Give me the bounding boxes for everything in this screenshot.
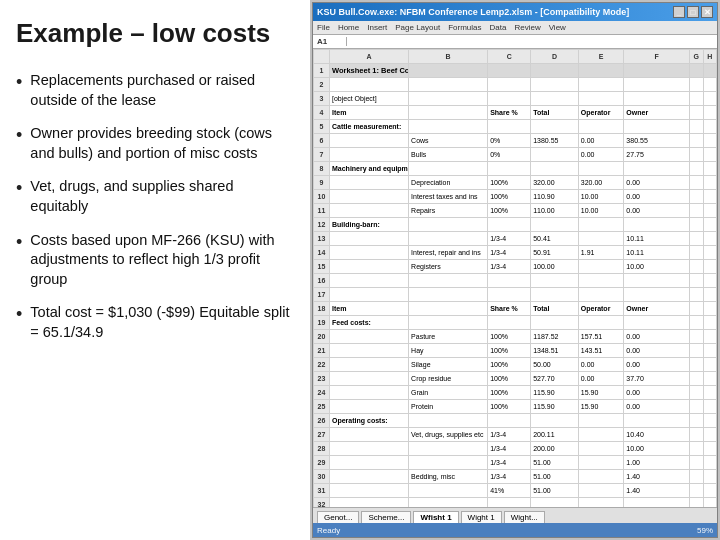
table-cell[interactable] <box>578 78 624 92</box>
table-cell[interactable] <box>330 498 409 508</box>
table-cell[interactable]: 0% <box>488 134 531 148</box>
table-cell[interactable]: 115.90 <box>531 386 579 400</box>
table-cell[interactable] <box>703 204 716 218</box>
table-cell[interactable] <box>531 414 579 428</box>
table-cell[interactable]: Worksheet 1: Beef Cow Share Lease Agreem… <box>330 64 409 78</box>
table-cell[interactable]: 110.90 <box>531 190 579 204</box>
table-cell[interactable]: 320.00 <box>578 176 624 190</box>
table-cell[interactable] <box>330 344 409 358</box>
ribbon-tab-data[interactable]: Data <box>490 23 507 32</box>
table-cell[interactable]: 50.00 <box>531 358 579 372</box>
table-cell[interactable] <box>488 498 531 508</box>
table-cell[interactable]: Operator <box>578 106 624 120</box>
table-cell[interactable] <box>624 78 690 92</box>
table-cell[interactable] <box>703 106 716 120</box>
cell-reference[interactable]: A1 <box>317 37 347 46</box>
table-cell[interactable]: 100% <box>488 330 531 344</box>
table-cell[interactable] <box>703 386 716 400</box>
ribbon-tab-insert[interactable]: Insert <box>367 23 387 32</box>
table-cell[interactable]: 1.91 <box>578 246 624 260</box>
table-cell[interactable] <box>330 484 409 498</box>
table-cell[interactable] <box>488 218 531 232</box>
table-cell[interactable]: 0.00 <box>578 148 624 162</box>
table-cell[interactable] <box>689 302 703 316</box>
table-cell[interactable] <box>689 260 703 274</box>
table-cell[interactable] <box>624 162 690 176</box>
table-cell[interactable] <box>330 148 409 162</box>
table-cell[interactable] <box>488 120 531 134</box>
table-cell[interactable] <box>488 316 531 330</box>
table-cell[interactable]: 10.11 <box>624 232 690 246</box>
table-cell[interactable] <box>703 190 716 204</box>
table-cell[interactable]: 1348.51 <box>531 344 579 358</box>
table-cell[interactable] <box>578 442 624 456</box>
table-cell[interactable] <box>703 134 716 148</box>
table-cell[interactable] <box>689 120 703 134</box>
table-cell[interactable]: 1187.52 <box>531 330 579 344</box>
table-cell[interactable] <box>488 414 531 428</box>
table-cell[interactable] <box>578 120 624 134</box>
table-cell[interactable]: 10.00 <box>578 190 624 204</box>
ribbon-tab-review[interactable]: Review <box>514 23 540 32</box>
table-cell[interactable] <box>703 428 716 442</box>
ribbon-tab-file[interactable]: File <box>317 23 330 32</box>
table-cell[interactable] <box>330 176 409 190</box>
table-cell[interactable]: 320.00 <box>531 176 579 190</box>
table-cell[interactable] <box>689 498 703 508</box>
table-cell[interactable] <box>578 288 624 302</box>
table-cell[interactable] <box>531 64 579 78</box>
table-cell[interactable]: Interest taxes and ins <box>409 190 488 204</box>
table-cell[interactable]: 0.00 <box>624 358 690 372</box>
table-cell[interactable] <box>531 218 579 232</box>
table-cell[interactable] <box>624 288 690 302</box>
table-cell[interactable] <box>624 218 690 232</box>
table-cell[interactable]: Interest, repair and ins <box>409 246 488 260</box>
table-cell[interactable]: Operating costs: <box>330 414 409 428</box>
table-cell[interactable]: 1380.55 <box>531 134 579 148</box>
table-cell[interactable]: 200.00 <box>531 442 579 456</box>
table-cell[interactable] <box>578 316 624 330</box>
table-cell[interactable]: 1/3-4 <box>488 260 531 274</box>
table-cell[interactable]: 100% <box>488 400 531 414</box>
table-cell[interactable] <box>409 498 488 508</box>
table-cell[interactable] <box>409 456 488 470</box>
table-cell[interactable] <box>703 78 716 92</box>
table-cell[interactable] <box>703 344 716 358</box>
table-cell[interactable]: 10.00 <box>624 442 690 456</box>
table-cell[interactable] <box>409 92 488 106</box>
table-cell[interactable]: 0.00 <box>624 190 690 204</box>
table-cell[interactable]: 1/3-4 <box>488 442 531 456</box>
table-cell[interactable] <box>330 274 409 288</box>
table-cell[interactable]: Registers <box>409 260 488 274</box>
table-cell[interactable] <box>330 134 409 148</box>
table-cell[interactable] <box>703 176 716 190</box>
ribbon-tab-view[interactable]: View <box>549 23 566 32</box>
table-cell[interactable] <box>531 498 579 508</box>
table-cell[interactable] <box>531 92 579 106</box>
table-cell[interactable] <box>330 456 409 470</box>
table-cell[interactable] <box>689 442 703 456</box>
table-cell[interactable]: Pasture <box>409 330 488 344</box>
table-cell[interactable] <box>703 274 716 288</box>
table-cell[interactable]: Total <box>531 106 579 120</box>
table-cell[interactable] <box>330 246 409 260</box>
minimize-button[interactable]: _ <box>673 6 685 18</box>
table-cell[interactable] <box>330 358 409 372</box>
table-cell[interactable] <box>409 106 488 120</box>
table-cell[interactable] <box>689 372 703 386</box>
table-cell[interactable] <box>531 274 579 288</box>
table-cell[interactable] <box>624 92 690 106</box>
table-cell[interactable] <box>689 288 703 302</box>
table-cell[interactable] <box>703 372 716 386</box>
window-controls[interactable]: _ □ ✕ <box>673 6 713 18</box>
table-cell[interactable] <box>689 232 703 246</box>
table-cell[interactable] <box>409 162 488 176</box>
table-cell[interactable] <box>689 204 703 218</box>
table-cell[interactable] <box>409 232 488 246</box>
maximize-button[interactable]: □ <box>687 6 699 18</box>
table-cell[interactable] <box>578 498 624 508</box>
table-cell[interactable] <box>488 78 531 92</box>
table-cell[interactable] <box>703 470 716 484</box>
table-cell[interactable] <box>409 484 488 498</box>
table-cell[interactable]: 0.00 <box>624 344 690 358</box>
